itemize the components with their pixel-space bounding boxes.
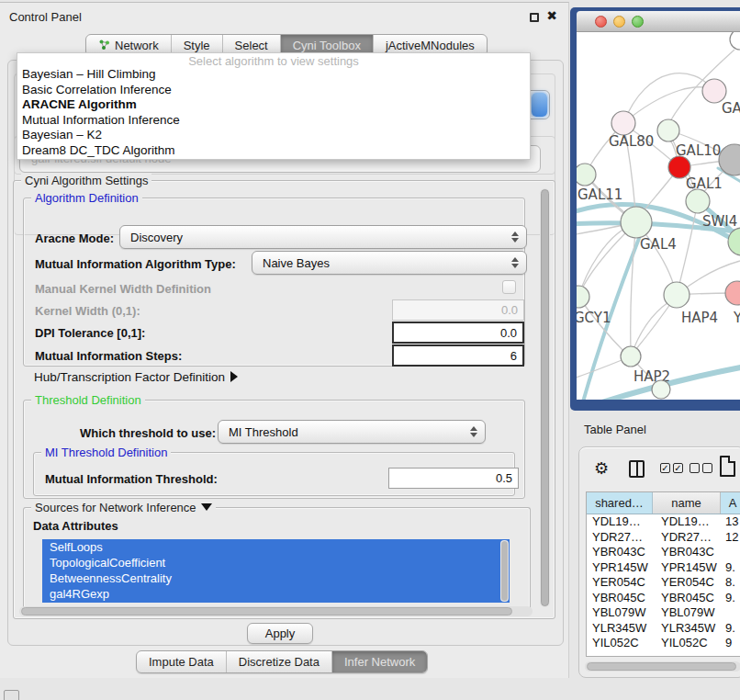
mi-threshold-field[interactable]: 0.5 (388, 468, 519, 489)
tab-infer-network[interactable]: Infer Network (331, 651, 427, 672)
algorithm-option[interactable]: Bayesian – K2 (17, 128, 530, 143)
node-label: GAL4 (640, 236, 677, 253)
network-node-gal4[interactable] (621, 207, 652, 238)
document-icon[interactable] (720, 456, 735, 477)
table-cell: YDL19… (653, 514, 721, 530)
table-row[interactable]: YBR045CYBR045C9. (587, 591, 740, 606)
algorithm-dropdown-placeholder: Select algorithm to view settings (17, 53, 530, 67)
data-attribute-item[interactable]: TopologicalCoefficient (42, 555, 510, 570)
tab-impute-data[interactable]: Impute Data (137, 651, 226, 672)
tab-label: Network (115, 39, 159, 52)
close-icon[interactable]: ✖ (546, 8, 557, 23)
dpi-tolerance-field[interactable]: 0.0 (392, 322, 524, 344)
mi-steps-label: Mutual Information Steps: (35, 349, 182, 363)
network-node-hap4[interactable] (664, 282, 690, 308)
table-cell: YER054C (653, 575, 721, 591)
algorithm-option[interactable]: Dream8 DC_TDC Algorithm (17, 143, 530, 159)
table-hscrollbar[interactable] (585, 661, 740, 672)
control-panel-titlebar: Control Panel ✖ (0, 3, 568, 30)
control-panel-title: Control Panel (9, 10, 82, 24)
network-node-gcy1[interactable] (577, 286, 589, 308)
table-hscrollbar-thumb[interactable] (587, 662, 736, 671)
mi-type-select[interactable]: Naive Bayes (252, 251, 527, 275)
settings-scrollbar-thumb[interactable] (541, 189, 549, 606)
table-row[interactable]: YER054CYER054C8. (587, 575, 740, 591)
tab-discretize-data[interactable]: Discretize Data (226, 651, 331, 672)
unchecked-boxes-icon[interactable] (690, 463, 712, 473)
algorithm-option[interactable]: Bayesian – Hill Climbing (17, 67, 530, 83)
apply-button[interactable]: Apply (247, 623, 313, 644)
network-node[interactable] (730, 32, 740, 50)
table-cell: YBL079W (587, 605, 653, 621)
network-canvas[interactable]: GALGAL80GAL10GAL1GAL11SWI4GAL4GCY1HAP4YH… (577, 32, 740, 400)
table-cell (721, 545, 740, 560)
algorithm-dropdown-list: Select algorithm to view settings Bayesi… (17, 52, 531, 160)
tab-label: Style (184, 39, 210, 52)
which-threshold-label: Which threshold to use: (80, 426, 216, 440)
network-node-hap2[interactable] (621, 346, 641, 367)
node-label: GAL (722, 100, 740, 117)
table-cell: 9 (721, 636, 740, 651)
which-threshold-select[interactable]: MI Threshold (218, 420, 486, 444)
table-cell: YLR345W (653, 621, 721, 637)
network-node-swi4[interactable] (686, 189, 710, 213)
table-column-header[interactable]: name (653, 492, 721, 514)
aracne-mode-select[interactable]: Discovery (119, 225, 527, 249)
minimize-traffic-light-icon[interactable] (613, 16, 625, 28)
data-attributes-label: Data Attributes (33, 519, 118, 533)
attributes-scrollbar[interactable] (500, 540, 509, 602)
float-window-icon[interactable] (530, 13, 539, 22)
table-row[interactable]: YDR27…YDR27…12 (587, 530, 740, 546)
manual-kernel-checkbox[interactable] (502, 280, 516, 294)
data-attribute-item[interactable]: gal4RGexp (42, 586, 510, 602)
table-column-header[interactable]: shared… (587, 492, 653, 514)
mi-steps-field[interactable]: 6 (392, 344, 524, 367)
kernel-width-label: Kernel Width (0,1): (35, 304, 140, 318)
close-traffic-light-icon[interactable] (595, 16, 607, 28)
table-cell: 13 (721, 514, 740, 530)
bottom-tabbar: Impute DataDiscretize DataInfer Network (136, 650, 428, 673)
tab-label: Infer Network (344, 655, 415, 669)
tab-label: Impute Data (149, 655, 214, 669)
network-node-gal80[interactable] (611, 111, 635, 135)
node-label: GAL11 (577, 186, 622, 203)
kernel-width-field[interactable]: 0.0 (392, 299, 524, 321)
settings-hscrollbar[interactable] (19, 606, 533, 616)
aracne-mode-label: Aracne Mode: (35, 231, 114, 245)
settings-hscrollbar-thumb[interactable] (21, 607, 512, 615)
data-attribute-item[interactable]: SelfLoops (42, 539, 510, 555)
table-column-header[interactable]: A (721, 492, 740, 514)
algorithm-options: Bayesian – Hill ClimbingBasic Correlatio… (17, 67, 530, 158)
tab-label: Cyni Toolbox (293, 39, 361, 52)
node-label: SWI4 (702, 213, 737, 230)
table-cell: YLR345W (587, 621, 653, 637)
network-node-gal11[interactable] (577, 164, 596, 186)
table-row[interactable]: YPR145WYPR145W9. (587, 560, 740, 576)
algorithm-option[interactable]: Mutual Information Inference (17, 113, 530, 129)
table-row[interactable]: YIL052CYIL052C9 (587, 636, 740, 651)
minimized-panel-icon[interactable] (4, 690, 19, 700)
mi-type-value: Naive Bayes (263, 256, 330, 270)
checked-boxes-icon[interactable]: ✓✓ (660, 463, 683, 473)
columns-icon[interactable] (629, 460, 645, 478)
table-row[interactable]: YDL19…YDL19…13 (587, 514, 740, 530)
network-node[interactable] (652, 380, 670, 399)
algorithm-option[interactable]: Basic Correlation Inference (17, 83, 530, 98)
network-node-y[interactable] (725, 281, 740, 305)
tab-label: Select (235, 39, 268, 52)
collapsed-arrow-icon (230, 371, 238, 382)
table-row[interactable]: YLR345WYLR345W9. (587, 621, 740, 637)
zoom-traffic-light-icon[interactable] (632, 16, 644, 28)
table-cell: 9. (721, 560, 740, 576)
network-node-gal10[interactable] (657, 119, 679, 141)
table-row[interactable]: YBL079WYBL079W (587, 605, 740, 621)
data-attribute-item[interactable]: BetweennessCentrality (42, 570, 510, 586)
algorithm-option[interactable]: ARACNE Algorithm (17, 97, 530, 113)
table-row[interactable]: YBR043CYBR043C (587, 545, 740, 560)
hub-section-toggle[interactable]: Hub/Transcription Factor Definition (34, 370, 238, 384)
settings-scrollbar[interactable] (540, 188, 550, 607)
attributes-scrollbar-thumb[interactable] (501, 541, 508, 601)
sources-group-toggle[interactable]: Sources for Network Inference (31, 501, 216, 514)
gear-icon[interactable]: ⚙ (594, 458, 609, 479)
network-window-titlebar[interactable] (577, 11, 740, 32)
